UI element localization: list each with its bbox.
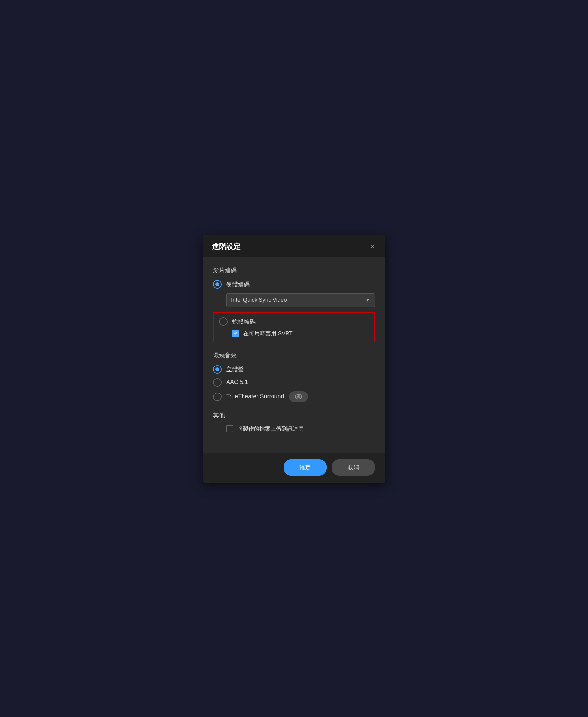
dialog-footer: 確定 取消 <box>203 454 385 483</box>
dropdown-value: Intel Quick Sync Video <box>231 297 287 303</box>
audio-effects-label: 環繞音效 <box>213 351 375 359</box>
aac51-radio-indicator <box>213 378 222 387</box>
eye-icon <box>295 394 302 400</box>
svrt-row: ✓ 在可用時套用 SVRT <box>232 330 369 337</box>
trutheater-radio-indicator <box>213 393 222 401</box>
trutheater-radio[interactable]: TrueTheater Surround <box>213 393 284 401</box>
software-radio-indicator <box>219 317 228 326</box>
close-button[interactable]: × <box>368 242 376 251</box>
cancel-button[interactable]: 取消 <box>332 459 375 476</box>
advanced-settings-dialog: 進階設定 × 影片編碼 硬體編碼 Intel Quick Sync Video … <box>203 235 385 483</box>
svg-point-2 <box>298 396 299 397</box>
video-encoding-label: 影片編碼 <box>213 266 375 274</box>
dialog-title: 進階設定 <box>212 242 240 252</box>
video-encoding-section: 影片編碼 硬體編碼 Intel Quick Sync Video ▼ 軟體編 <box>213 266 375 342</box>
checkmark-icon: ✓ <box>234 331 238 336</box>
svrt-checkbox[interactable]: ✓ <box>232 330 239 337</box>
dialog-header: 進階設定 × <box>203 235 385 257</box>
software-encoding-label: 軟體編碼 <box>232 318 255 325</box>
dropdown-arrow-icon: ▼ <box>365 298 370 303</box>
dialog-body: 影片編碼 硬體編碼 Intel Quick Sync Video ▼ 軟體編 <box>203 257 385 454</box>
upload-label: 將製作的檔案上傳到訊連雲 <box>237 425 304 433</box>
stereo-label: 立體聲 <box>226 366 244 373</box>
other-label: 其他 <box>213 411 375 419</box>
stereo-radio[interactable]: 立體聲 <box>213 365 375 374</box>
aac51-label: AAC 5.1 <box>226 379 248 386</box>
hardware-encoding-radio[interactable]: 硬體編碼 <box>213 280 375 289</box>
hardware-encoding-dropdown[interactable]: Intel Quick Sync Video ▼ <box>226 293 375 307</box>
hardware-radio-indicator <box>213 280 222 289</box>
trutheater-radio-row: TrueTheater Surround <box>213 391 375 402</box>
upload-checkbox[interactable] <box>226 425 233 432</box>
stereo-radio-indicator <box>213 365 222 374</box>
software-encoding-radio[interactable]: 軟體編碼 <box>219 317 369 326</box>
svrt-label: 在可用時套用 SVRT <box>243 330 293 337</box>
aac51-radio[interactable]: AAC 5.1 <box>213 378 375 387</box>
other-section: 其他 將製作的檔案上傳到訊連雲 <box>213 411 375 433</box>
trutheater-settings-button[interactable] <box>289 391 308 402</box>
confirm-button[interactable]: 確定 <box>284 459 327 476</box>
hardware-dropdown-row: Intel Quick Sync Video ▼ <box>226 293 375 307</box>
upload-row: 將製作的檔案上傳到訊連雲 <box>226 425 375 433</box>
software-encoding-section: 軟體編碼 ✓ 在可用時套用 SVRT <box>213 312 375 342</box>
hardware-encoding-label: 硬體編碼 <box>226 281 250 288</box>
audio-effects-section: 環繞音效 立體聲 AAC 5.1 TrueTheater Surround <box>213 351 375 402</box>
trutheater-label: TrueTheater Surround <box>226 393 284 400</box>
